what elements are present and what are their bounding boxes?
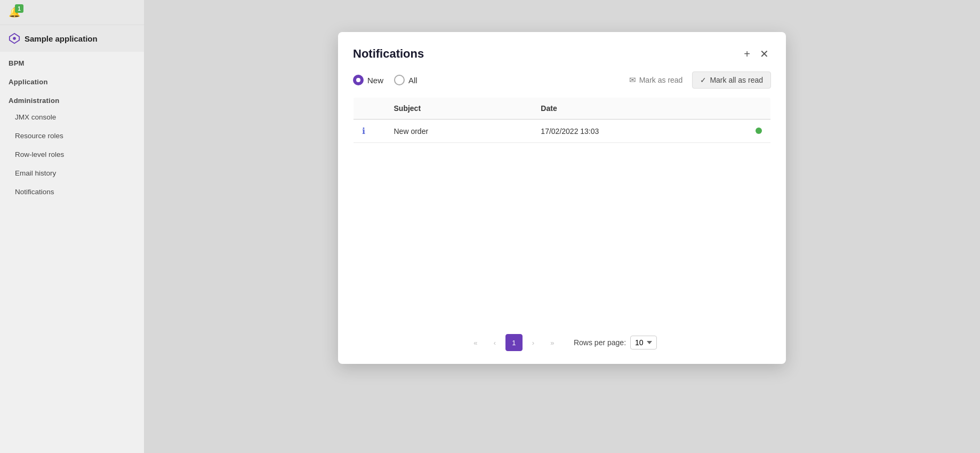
filter-new-label: New <box>367 76 383 85</box>
modal-backdrop: Notifications + ✕ New All <box>144 0 980 453</box>
radio-new-circle <box>353 75 364 85</box>
filter-row: New All ✉ Mark as read ✓ Mark all as rea… <box>353 71 771 89</box>
table-row[interactable]: ℹ New order 17/02/2022 13:03 <box>354 120 771 143</box>
empty-cell <box>354 143 771 324</box>
mark-all-as-read-button[interactable]: ✓ Mark all as read <box>692 71 771 89</box>
filter-all-label: All <box>408 76 417 85</box>
next-icon: › <box>532 339 534 347</box>
sidebar-item-row-level-roles[interactable]: Row-level roles <box>0 145 144 164</box>
new-status-dot <box>756 128 762 134</box>
sidebar-item-resource-roles[interactable]: Resource roles <box>0 126 144 145</box>
page-1-label: 1 <box>512 339 516 347</box>
rows-per-page-section: Rows per page: 10 25 50 <box>574 336 657 349</box>
filter-radio-group: New All <box>353 75 417 85</box>
mark-read-label: Mark as read <box>639 76 683 84</box>
app-logo-icon <box>9 33 20 44</box>
col-subject-header: Subject <box>385 98 533 120</box>
row-date-cell: 17/02/2022 13:03 <box>532 120 747 143</box>
rows-per-page-label: Rows per page: <box>574 338 626 347</box>
notification-bell[interactable]: 🔔 1 <box>9 6 20 18</box>
table-header: Subject Date <box>354 98 771 120</box>
sidebar-item-notifications[interactable]: Notifications <box>0 182 144 201</box>
row-status-cell <box>747 120 771 143</box>
svg-point-1 <box>13 37 16 40</box>
notifications-table: Subject Date ℹ New order 17/02/2022 13:0… <box>353 97 771 324</box>
sidebar-header: 🔔 1 <box>0 0 144 25</box>
col-date-header: Date <box>532 98 747 120</box>
col-icon-header <box>354 98 385 120</box>
radio-all-circle <box>394 75 405 85</box>
mark-as-read-button[interactable]: ✉ Mark as read <box>624 72 688 88</box>
modal-title: Notifications <box>353 47 424 61</box>
rows-per-page-select[interactable]: 10 25 50 <box>630 336 657 349</box>
page-first-button[interactable]: « <box>467 334 484 351</box>
modal-close-button[interactable]: ✕ <box>758 47 771 60</box>
modal-header-icons: + ✕ <box>742 47 771 60</box>
main-content: Notifications + ✕ New All <box>144 0 980 453</box>
sidebar-app-logo[interactable]: Sample application <box>0 25 144 52</box>
check-icon: ✓ <box>700 76 706 84</box>
prev-icon: ‹ <box>494 339 496 347</box>
sidebar-section-administration: Administration <box>0 89 144 108</box>
app-name-label: Sample application <box>25 34 98 43</box>
table-body: ℹ New order 17/02/2022 13:03 <box>354 120 771 324</box>
bell-badge: 1 <box>15 4 23 13</box>
col-status-header <box>747 98 771 120</box>
modal-header: Notifications + ✕ <box>353 47 771 61</box>
row-subject-cell: New order <box>385 120 533 143</box>
sidebar: 🔔 1 Sample application BPM Application A… <box>0 0 144 453</box>
filter-new-option[interactable]: New <box>353 75 383 85</box>
page-prev-button[interactable]: ‹ <box>486 334 503 351</box>
filter-all-option[interactable]: All <box>394 75 417 85</box>
sidebar-section-application: Application <box>0 70 144 89</box>
pagination-row: « ‹ 1 › » Rows per page: 10 <box>353 334 771 351</box>
page-1-button[interactable]: 1 <box>505 334 523 351</box>
sidebar-item-email-history[interactable]: Email history <box>0 164 144 182</box>
sidebar-item-jmx-console[interactable]: JMX console <box>0 108 144 126</box>
row-icon-cell: ℹ <box>354 120 385 143</box>
page-last-button[interactable]: » <box>544 334 561 351</box>
page-next-button[interactable]: › <box>525 334 542 351</box>
last-icon: » <box>550 339 554 347</box>
notifications-modal: Notifications + ✕ New All <box>338 32 786 364</box>
mark-all-read-label: Mark all as read <box>710 76 763 84</box>
action-buttons: ✉ Mark as read ✓ Mark all as read <box>624 71 771 89</box>
first-icon: « <box>473 339 477 347</box>
modal-expand-button[interactable]: + <box>742 47 752 60</box>
table-empty-row <box>354 143 771 324</box>
email-icon: ✉ <box>629 75 636 85</box>
info-icon: ℹ <box>362 126 365 136</box>
sidebar-section-bpm: BPM <box>0 52 144 70</box>
